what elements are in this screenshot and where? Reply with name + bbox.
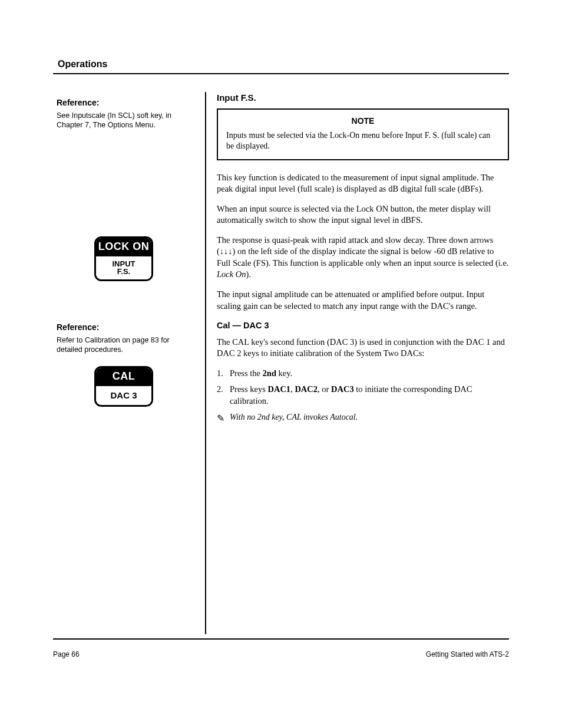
lock-on-badge-block: LOCK ON INPUT F.S. bbox=[53, 236, 194, 281]
text: Press the bbox=[230, 368, 263, 378]
reference-block-1: Reference: See Inputscale (In SCL) soft … bbox=[53, 98, 194, 130]
key-name: DAC2 bbox=[295, 384, 318, 394]
paragraph: The input signal amplitude can be attenu… bbox=[217, 289, 509, 312]
paragraph: This key function is dedicated to the me… bbox=[217, 172, 509, 195]
italic-text: Lock On bbox=[217, 269, 246, 279]
main-content: Input F.S. NOTE Inputs must be selected … bbox=[206, 92, 509, 634]
step-text: Press the 2nd key. bbox=[230, 368, 509, 380]
reference-heading: Reference: bbox=[53, 322, 194, 332]
paragraph: When an input source is selected via the… bbox=[217, 203, 509, 226]
bottom-rule bbox=[53, 638, 509, 640]
paragraph: The CAL key's second function (DAC 3) is… bbox=[217, 337, 509, 360]
step-1: 1. Press the 2nd key. bbox=[217, 368, 509, 380]
pencil-note: ✎ With no 2nd key, CAL invokes Autocal. bbox=[217, 412, 509, 425]
top-rule bbox=[53, 73, 509, 74]
badge-top-label: CAL bbox=[96, 368, 151, 386]
badge-top-label: LOCK ON bbox=[96, 238, 151, 256]
badge-line2: F.S. bbox=[117, 267, 130, 276]
note-text: With no 2nd key, CAL invokes Autocal. bbox=[230, 412, 509, 425]
step-number: 2. bbox=[217, 384, 230, 407]
reference-text: Refer to Calibration on page 83 for deta… bbox=[53, 335, 194, 355]
step-text: Press keys DAC1, DAC2, or DAC3 to initia… bbox=[230, 384, 509, 407]
page-number: Page 66 bbox=[53, 650, 80, 658]
footer-title: Getting Started with ATS-2 bbox=[426, 650, 509, 658]
badge-bottom-label: DAC 3 bbox=[96, 386, 151, 405]
footer: Page 66 Getting Started with ATS-2 bbox=[53, 650, 509, 658]
lock-on-key-icon: LOCK ON INPUT F.S. bbox=[94, 236, 153, 281]
key-name: DAC3 bbox=[331, 384, 354, 394]
paragraph: The response is quasi-peak with rapid at… bbox=[217, 235, 509, 281]
cal-key-icon: CAL DAC 3 bbox=[94, 366, 153, 407]
reference-block-2: Reference: Refer to Calibration on page … bbox=[53, 322, 194, 407]
key-name: DAC1 bbox=[267, 384, 290, 394]
reference-heading: Reference: bbox=[53, 98, 194, 107]
note-box: NOTE Inputs must be selected via the Loc… bbox=[217, 108, 509, 160]
pencil-icon: ✎ bbox=[217, 412, 230, 425]
note-label: NOTE bbox=[226, 116, 500, 127]
key-name: 2nd bbox=[263, 368, 276, 378]
section-heading-inputfs: Input F.S. bbox=[217, 92, 509, 104]
badge-bottom-label: INPUT F.S. bbox=[96, 256, 151, 279]
step-number: 1. bbox=[217, 368, 230, 380]
text: The response is quasi-peak with rapid at… bbox=[217, 235, 508, 268]
text: ). bbox=[246, 269, 251, 279]
step-2: 2. Press keys DAC1, DAC2, or DAC3 to ini… bbox=[217, 384, 509, 407]
page-title: Operations bbox=[53, 59, 509, 70]
two-column-layout: Reference: See Inputscale (In SCL) soft … bbox=[53, 92, 509, 634]
reference-text: See Inputscale (In SCL) soft key, in Cha… bbox=[53, 111, 194, 130]
text: Press keys bbox=[230, 384, 267, 394]
text: key. bbox=[276, 368, 292, 378]
note-body: Inputs must be selected via the Lock-On … bbox=[226, 130, 500, 151]
text: , or bbox=[318, 384, 331, 394]
section-heading-cal: Cal — DAC 3 bbox=[217, 320, 509, 332]
sidebar: Reference: See Inputscale (In SCL) soft … bbox=[53, 92, 206, 634]
